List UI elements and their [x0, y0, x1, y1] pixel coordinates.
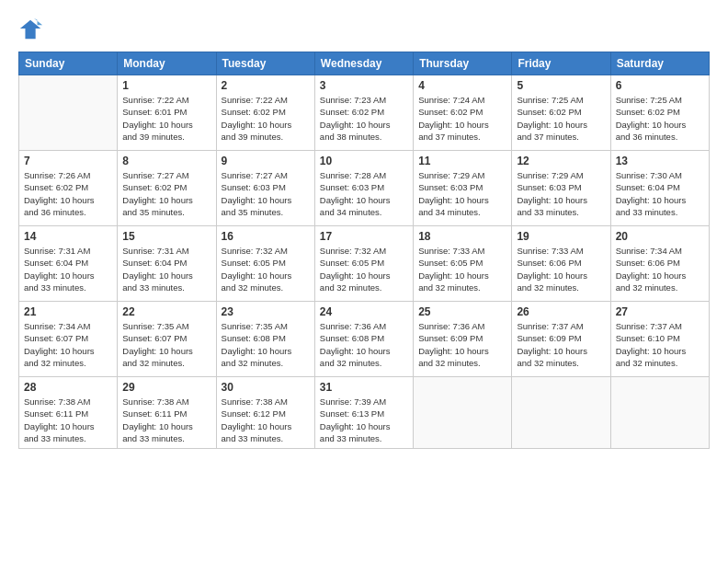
day-info: Sunrise: 7:27 AM Sunset: 6:02 PM Dayligh… [122, 169, 210, 218]
day-number: 6 [616, 79, 704, 92]
calendar-cell: 28Sunrise: 7:38 AM Sunset: 6:11 PM Dayli… [19, 377, 118, 449]
calendar-cell: 23Sunrise: 7:35 AM Sunset: 6:08 PM Dayli… [216, 302, 314, 377]
day-info: Sunrise: 7:37 AM Sunset: 6:09 PM Dayligh… [517, 320, 605, 369]
calendar-cell: 20Sunrise: 7:34 AM Sunset: 6:06 PM Dayli… [610, 226, 709, 302]
calendar-cell: 27Sunrise: 7:37 AM Sunset: 6:10 PM Dayli… [610, 302, 709, 377]
day-info: Sunrise: 7:34 AM Sunset: 6:06 PM Dayligh… [616, 245, 704, 293]
calendar-cell: 31Sunrise: 7:39 AM Sunset: 6:13 PM Dayli… [314, 377, 413, 449]
calendar-cell: 11Sunrise: 7:29 AM Sunset: 6:03 PM Dayli… [414, 151, 512, 226]
day-number: 2 [222, 79, 310, 92]
day-number: 15 [122, 230, 210, 243]
day-number: 23 [222, 305, 310, 318]
day-number: 13 [616, 155, 704, 167]
day-info: Sunrise: 7:39 AM Sunset: 6:13 PM Dayligh… [320, 396, 408, 444]
day-info: Sunrise: 7:35 AM Sunset: 6:08 PM Dayligh… [222, 320, 310, 369]
day-info: Sunrise: 7:27 AM Sunset: 6:03 PM Dayligh… [222, 169, 310, 218]
calendar-cell [512, 377, 610, 449]
calendar-cell: 5Sunrise: 7:25 AM Sunset: 6:02 PM Daylig… [512, 75, 610, 151]
calendar-cell: 19Sunrise: 7:33 AM Sunset: 6:06 PM Dayli… [512, 226, 610, 302]
day-number: 14 [24, 230, 112, 243]
day-number: 3 [320, 79, 408, 92]
calendar-cell: 26Sunrise: 7:37 AM Sunset: 6:09 PM Dayli… [512, 302, 610, 377]
calendar-cell [19, 75, 118, 151]
calendar-cell: 22Sunrise: 7:35 AM Sunset: 6:07 PM Dayli… [118, 302, 216, 377]
weekday-header-sunday: Sunday [19, 52, 118, 75]
calendar-week-row-5: 28Sunrise: 7:38 AM Sunset: 6:11 PM Dayli… [19, 377, 710, 449]
day-info: Sunrise: 7:36 AM Sunset: 6:09 PM Dayligh… [418, 320, 506, 369]
calendar-cell: 8Sunrise: 7:27 AM Sunset: 6:02 PM Daylig… [118, 151, 216, 226]
calendar-cell: 29Sunrise: 7:38 AM Sunset: 6:11 PM Dayli… [118, 377, 216, 449]
day-number: 1 [122, 79, 210, 92]
weekday-header-monday: Monday [118, 52, 216, 75]
calendar-cell: 24Sunrise: 7:36 AM Sunset: 6:08 PM Dayli… [314, 302, 413, 377]
calendar-cell: 14Sunrise: 7:31 AM Sunset: 6:04 PM Dayli… [19, 226, 118, 302]
day-number: 22 [122, 305, 210, 318]
calendar-cell: 15Sunrise: 7:31 AM Sunset: 6:04 PM Dayli… [118, 226, 216, 302]
day-number: 20 [616, 230, 704, 243]
logo [18, 17, 48, 42]
day-number: 16 [222, 230, 310, 243]
day-number: 17 [320, 230, 408, 243]
day-info: Sunrise: 7:25 AM Sunset: 6:02 PM Dayligh… [616, 94, 704, 143]
calendar-cell: 1Sunrise: 7:22 AM Sunset: 6:01 PM Daylig… [118, 75, 216, 151]
day-number: 30 [222, 381, 310, 394]
calendar-cell: 18Sunrise: 7:33 AM Sunset: 6:05 PM Dayli… [414, 226, 512, 302]
day-number: 24 [320, 305, 408, 318]
calendar-cell: 9Sunrise: 7:27 AM Sunset: 6:03 PM Daylig… [216, 151, 314, 226]
day-info: Sunrise: 7:31 AM Sunset: 6:04 PM Dayligh… [122, 245, 210, 293]
calendar-week-row-3: 14Sunrise: 7:31 AM Sunset: 6:04 PM Dayli… [19, 226, 710, 302]
calendar-cell: 3Sunrise: 7:23 AM Sunset: 6:02 PM Daylig… [314, 75, 413, 151]
day-info: Sunrise: 7:30 AM Sunset: 6:04 PM Dayligh… [616, 169, 704, 218]
weekday-header-wednesday: Wednesday [314, 52, 413, 75]
calendar-cell: 13Sunrise: 7:30 AM Sunset: 6:04 PM Dayli… [610, 151, 709, 226]
day-info: Sunrise: 7:32 AM Sunset: 6:05 PM Dayligh… [222, 245, 310, 293]
day-info: Sunrise: 7:26 AM Sunset: 6:02 PM Dayligh… [24, 169, 112, 218]
day-info: Sunrise: 7:33 AM Sunset: 6:06 PM Dayligh… [517, 245, 605, 293]
weekday-header-row: SundayMondayTuesdayWednesdayThursdayFrid… [19, 52, 710, 75]
calendar-cell: 25Sunrise: 7:36 AM Sunset: 6:09 PM Dayli… [414, 302, 512, 377]
day-number: 7 [24, 155, 112, 167]
calendar-week-row-1: 1Sunrise: 7:22 AM Sunset: 6:01 PM Daylig… [19, 75, 710, 151]
header [18, 17, 710, 42]
page: SundayMondayTuesdayWednesdayThursdayFrid… [0, 0, 728, 563]
weekday-header-saturday: Saturday [610, 52, 709, 75]
day-number: 5 [517, 79, 605, 92]
calendar-cell [414, 377, 512, 449]
day-number: 26 [517, 305, 605, 318]
day-number: 12 [517, 155, 605, 167]
weekday-header-tuesday: Tuesday [216, 52, 314, 75]
day-info: Sunrise: 7:24 AM Sunset: 6:02 PM Dayligh… [418, 94, 506, 143]
logo-icon [18, 17, 44, 42]
day-number: 21 [24, 305, 112, 318]
calendar-cell: 2Sunrise: 7:22 AM Sunset: 6:02 PM Daylig… [216, 75, 314, 151]
day-info: Sunrise: 7:28 AM Sunset: 6:03 PM Dayligh… [320, 169, 408, 218]
calendar-cell [610, 377, 709, 449]
calendar-cell: 12Sunrise: 7:29 AM Sunset: 6:03 PM Dayli… [512, 151, 610, 226]
calendar-cell: 6Sunrise: 7:25 AM Sunset: 6:02 PM Daylig… [610, 75, 709, 151]
day-info: Sunrise: 7:22 AM Sunset: 6:02 PM Dayligh… [222, 94, 310, 143]
day-info: Sunrise: 7:29 AM Sunset: 6:03 PM Dayligh… [418, 169, 506, 218]
day-number: 4 [418, 79, 506, 92]
day-info: Sunrise: 7:37 AM Sunset: 6:10 PM Dayligh… [616, 320, 704, 369]
day-info: Sunrise: 7:38 AM Sunset: 6:11 PM Dayligh… [122, 396, 210, 444]
calendar-cell: 7Sunrise: 7:26 AM Sunset: 6:02 PM Daylig… [19, 151, 118, 226]
day-number: 27 [616, 305, 704, 318]
calendar-cell: 17Sunrise: 7:32 AM Sunset: 6:05 PM Dayli… [314, 226, 413, 302]
calendar-cell: 4Sunrise: 7:24 AM Sunset: 6:02 PM Daylig… [414, 75, 512, 151]
day-info: Sunrise: 7:22 AM Sunset: 6:01 PM Dayligh… [122, 94, 210, 143]
day-info: Sunrise: 7:34 AM Sunset: 6:07 PM Dayligh… [24, 320, 112, 369]
calendar-cell: 10Sunrise: 7:28 AM Sunset: 6:03 PM Dayli… [314, 151, 413, 226]
day-info: Sunrise: 7:32 AM Sunset: 6:05 PM Dayligh… [320, 245, 408, 293]
day-number: 9 [222, 155, 310, 167]
calendar-week-row-2: 7Sunrise: 7:26 AM Sunset: 6:02 PM Daylig… [19, 151, 710, 226]
day-number: 11 [418, 155, 506, 167]
day-number: 18 [418, 230, 506, 243]
day-number: 29 [122, 381, 210, 394]
calendar-week-row-4: 21Sunrise: 7:34 AM Sunset: 6:07 PM Dayli… [19, 302, 710, 377]
calendar-cell: 21Sunrise: 7:34 AM Sunset: 6:07 PM Dayli… [19, 302, 118, 377]
day-info: Sunrise: 7:23 AM Sunset: 6:02 PM Dayligh… [320, 94, 408, 143]
day-info: Sunrise: 7:35 AM Sunset: 6:07 PM Dayligh… [122, 320, 210, 369]
day-info: Sunrise: 7:31 AM Sunset: 6:04 PM Dayligh… [24, 245, 112, 293]
day-number: 10 [320, 155, 408, 167]
day-number: 25 [418, 305, 506, 318]
